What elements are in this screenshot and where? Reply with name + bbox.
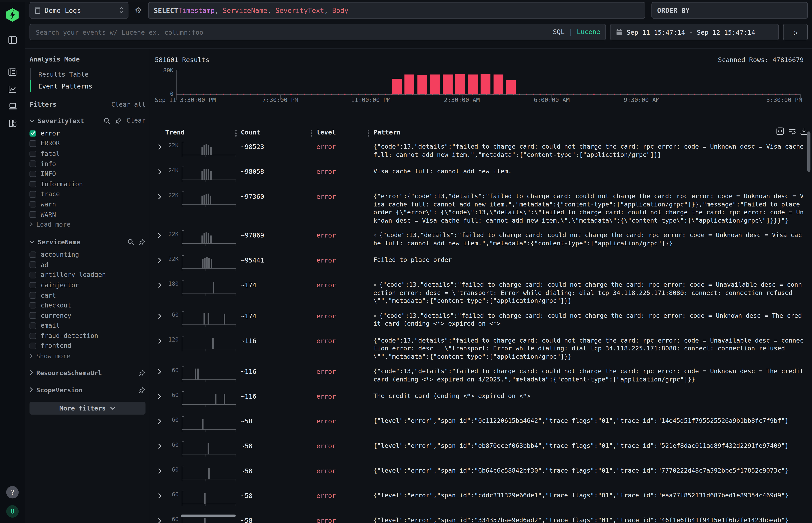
nav-sessions[interactable] <box>5 100 20 112</box>
pattern-cell[interactable]: ×{"code":13,"details":"failed to charge … <box>373 311 812 331</box>
checkbox[interactable] <box>30 272 36 278</box>
expand-row-button[interactable] <box>155 142 165 150</box>
source-settings-button[interactable]: ⚙ <box>133 2 144 19</box>
table-row[interactable]: 60~58error{"level":"error","span_id":"cd… <box>155 488 812 513</box>
checkbox[interactable] <box>30 130 36 137</box>
checkbox[interactable] <box>30 191 36 197</box>
filter-option[interactable]: ad <box>30 260 145 270</box>
histogram-bar[interactable] <box>481 74 491 94</box>
checkbox[interactable] <box>30 333 36 339</box>
filter-option[interactable]: Information <box>30 179 145 189</box>
checkbox[interactable] <box>30 322 36 329</box>
table-row[interactable]: 22K~98523error{"code":13,"details":"fail… <box>155 139 812 164</box>
pin-icon[interactable] <box>139 369 145 376</box>
select-columns-input[interactable]: SELECT Timestamp, ServiceName, SeverityT… <box>148 2 645 19</box>
pattern-cell[interactable]: {"code":13,"details":"failed to charge c… <box>373 366 812 387</box>
checkbox[interactable] <box>30 161 36 167</box>
search-icon[interactable] <box>127 238 134 245</box>
checkbox[interactable] <box>30 262 36 268</box>
vertical-scrollbar[interactable] <box>807 131 810 172</box>
table-row[interactable]: 22K~97069error×{"code":13,"details":"fai… <box>155 228 812 252</box>
column-header-pattern[interactable]: Pattern <box>373 128 812 136</box>
sidebar-toggle-button[interactable] <box>5 34 20 46</box>
histogram-bar[interactable] <box>417 75 427 94</box>
checkbox[interactable] <box>30 140 36 147</box>
expand-row-button[interactable] <box>155 416 165 425</box>
pin-icon[interactable] <box>115 117 122 124</box>
filter-option[interactable]: error <box>30 128 145 138</box>
checkbox[interactable] <box>30 201 36 208</box>
nav-chart-explorer[interactable] <box>5 83 20 95</box>
column-header-level[interactable]: level <box>316 128 373 136</box>
chevron-down-icon[interactable] <box>30 119 35 122</box>
pattern-cell[interactable]: {"level":"error","span_id":"eb870ecef063… <box>373 441 812 453</box>
filter-option[interactable]: frontend <box>30 341 145 351</box>
pattern-cell[interactable]: ×{"code":13,"details":"failed to charge … <box>373 280 812 308</box>
filter-option[interactable]: accounting <box>30 250 145 260</box>
filter-group-scopeversion[interactable]: ScopeVersion <box>30 385 145 395</box>
view-code-icon[interactable] <box>776 127 784 135</box>
time-range-picker[interactable]: Sep 11 15:47:14 - Sep 12 15:47:14 <box>610 24 779 40</box>
search-icon[interactable] <box>104 117 110 124</box>
filter-option[interactable]: ERROR <box>30 139 145 149</box>
histogram-bar[interactable] <box>430 74 440 94</box>
histogram-bar[interactable] <box>405 75 414 94</box>
table-row[interactable]: 60~58error{"level":"error","span_id":"eb… <box>155 438 812 463</box>
filter-group-resourceschemaurl[interactable]: ResourceSchemaUrl <box>30 367 145 378</box>
table-row[interactable]: 120~116error{"code":13,"details":"failed… <box>155 333 812 364</box>
table-row[interactable]: 22K~95441errorFailed to place order <box>155 253 812 277</box>
pattern-cell[interactable]: {"level":"error","span_id":"cddc331329e6… <box>373 491 812 503</box>
table-row[interactable]: 60~58error{"level":"error","span_id":"6b… <box>155 463 812 488</box>
load-more-button[interactable]: Load more <box>30 220 145 230</box>
search-input[interactable] <box>30 24 606 40</box>
filter-option[interactable]: cainjector <box>30 280 145 290</box>
more-filters-button[interactable]: More filters <box>30 402 145 415</box>
filter-option[interactable]: INFO <box>30 169 145 179</box>
filter-option[interactable]: checkout <box>30 301 145 310</box>
column-header-trend[interactable]: Trend <box>165 128 241 136</box>
histogram-bar[interactable] <box>392 79 402 94</box>
expand-row-button[interactable] <box>155 230 165 238</box>
column-header-count[interactable]: Count <box>241 128 316 136</box>
lucene-mode-toggle[interactable]: Lucene <box>577 28 600 36</box>
histogram-bar[interactable] <box>443 74 453 94</box>
chevron-down-icon[interactable] <box>30 240 35 244</box>
filter-option[interactable]: email <box>30 321 145 331</box>
table-row[interactable]: 60~58error{"level":"error","span_id":"33… <box>155 513 812 523</box>
clear-all-button[interactable]: Clear all <box>111 101 146 108</box>
table-row[interactable]: 180~174error×{"code":13,"details":"faile… <box>155 277 812 308</box>
checkbox[interactable] <box>30 181 36 187</box>
pattern-cell[interactable]: {"error":{"code":13,"details":"failed to… <box>373 192 812 228</box>
expand-row-button[interactable] <box>155 192 165 200</box>
checkbox[interactable] <box>30 251 36 258</box>
pattern-cell[interactable]: {"level":"error","span_id":"334357bae9ed… <box>373 516 812 523</box>
pattern-cell[interactable]: The credit card (ending <*> expired on <… <box>373 391 812 403</box>
filter-option[interactable]: WARN <box>30 210 145 220</box>
expand-row-button[interactable] <box>155 441 165 449</box>
wrap-text-icon[interactable] <box>788 127 796 135</box>
checkbox[interactable] <box>30 312 36 319</box>
expand-row-button[interactable] <box>155 280 165 288</box>
expand-row-button[interactable] <box>155 166 165 175</box>
filter-option[interactable]: warn <box>30 199 145 210</box>
checkbox[interactable] <box>30 150 36 157</box>
app-logo-icon[interactable] <box>5 8 20 22</box>
checkbox[interactable] <box>30 343 36 349</box>
source-select[interactable]: Demo Logs <box>30 2 128 19</box>
mode-results-table[interactable]: Results Table <box>30 68 146 80</box>
horizontal-scrollbar[interactable] <box>181 515 235 517</box>
pin-icon[interactable] <box>139 238 145 245</box>
pattern-cell[interactable]: Visa cache full: cannot add new item. <box>373 166 812 179</box>
pin-icon[interactable] <box>139 386 145 393</box>
sql-mode-toggle[interactable]: SQL <box>553 28 565 36</box>
table-row[interactable]: 22K~97360error{"error":{"code":13,"detai… <box>155 189 812 228</box>
checkbox[interactable] <box>30 282 36 288</box>
table-row[interactable]: 60~58error{"level":"error","span_id":"0c… <box>155 414 812 438</box>
filter-option[interactable]: trace <box>30 189 145 199</box>
checkbox[interactable] <box>30 292 36 299</box>
expand-row-button[interactable] <box>155 391 165 400</box>
run-query-button[interactable]: ▷ <box>783 24 808 40</box>
download-icon[interactable] <box>800 127 808 135</box>
expand-row-button[interactable] <box>155 466 165 474</box>
histogram-bar[interactable] <box>506 80 516 94</box>
